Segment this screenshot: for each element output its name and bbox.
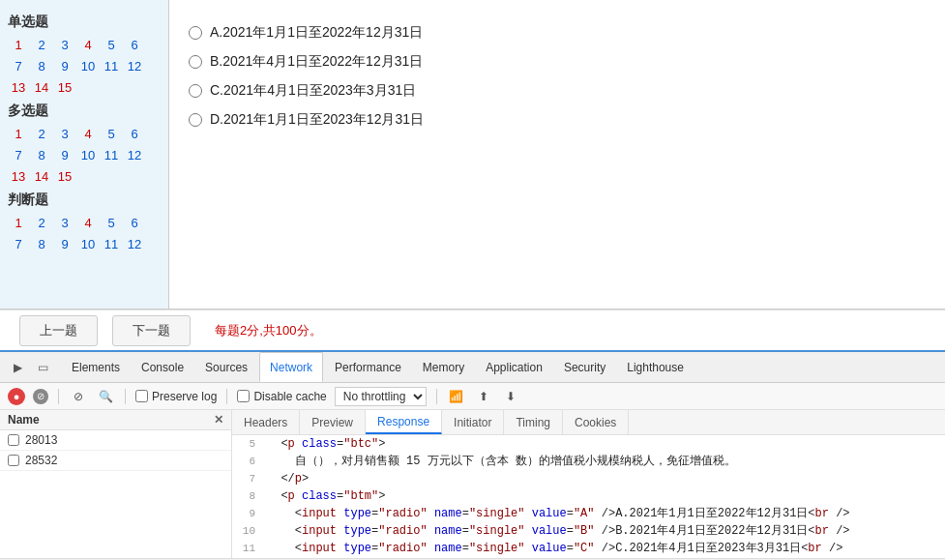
- radio-b[interactable]: [189, 55, 202, 69]
- danxuan-1[interactable]: 1: [8, 35, 29, 54]
- danxuan-4[interactable]: 4: [77, 35, 99, 54]
- section-title-panduan: 判断题: [8, 192, 161, 209]
- section-duoxuan: 多选题 1 2 3 4 5 6 7 8 9 10 11 12 13 14 15: [8, 103, 161, 186]
- panduan-10[interactable]: 10: [77, 234, 99, 253]
- separator-2: [125, 389, 126, 404]
- duoxuan-15[interactable]: 15: [54, 166, 75, 186]
- code-line-8: 8 <p class="btm">: [232, 487, 945, 505]
- danxuan-11[interactable]: 11: [101, 56, 122, 75]
- duoxuan-1[interactable]: 1: [8, 124, 29, 143]
- device-icon[interactable]: ▭: [33, 358, 52, 377]
- danxuan-8[interactable]: 8: [31, 56, 52, 75]
- duoxuan-6[interactable]: 6: [124, 124, 145, 143]
- detail-tab-initiator[interactable]: Initiator: [442, 410, 504, 434]
- wifi-icon[interactable]: 📶: [447, 387, 466, 406]
- request-28532-checkbox[interactable]: [8, 455, 19, 466]
- code-content-5: <p class="btc">: [263, 435, 945, 453]
- duoxuan-4[interactable]: 4: [77, 124, 99, 143]
- import-icon[interactable]: ⬆: [474, 387, 493, 406]
- disable-cache-label[interactable]: Disable cache: [237, 390, 326, 403]
- detail-tab-preview[interactable]: Preview: [300, 410, 366, 434]
- duoxuan-9[interactable]: 9: [54, 145, 75, 164]
- duoxuan-8[interactable]: 8: [31, 145, 52, 164]
- radio-d[interactable]: [189, 113, 202, 127]
- duoxuan-11[interactable]: 11: [101, 145, 122, 164]
- detail-tab-cookies[interactable]: Cookies: [563, 410, 629, 434]
- tab-elements[interactable]: Elements: [62, 352, 130, 382]
- panduan-7[interactable]: 7: [8, 234, 29, 253]
- prev-button[interactable]: 上一题: [19, 315, 98, 346]
- name-col-title: Name: [8, 413, 40, 427]
- panduan-2[interactable]: 2: [31, 213, 52, 232]
- option-d[interactable]: D.2021年1月1日至2023年12月31日: [189, 111, 926, 129]
- search-icon[interactable]: 🔍: [96, 387, 115, 406]
- stop-button[interactable]: ⊘: [33, 389, 48, 404]
- next-button[interactable]: 下一题: [112, 315, 191, 346]
- duoxuan-14[interactable]: 14: [31, 166, 52, 186]
- panduan-5[interactable]: 5: [101, 213, 122, 232]
- option-a[interactable]: A.2021年1月1日至2022年12月31日: [189, 24, 926, 42]
- request-28532[interactable]: 28532: [0, 451, 231, 471]
- duoxuan-3[interactable]: 3: [54, 124, 75, 143]
- code-line-7: 7 </p>: [232, 470, 945, 487]
- disable-cache-checkbox[interactable]: [237, 390, 250, 402]
- tab-sources[interactable]: Sources: [195, 352, 257, 382]
- panduan-1[interactable]: 1: [8, 213, 29, 232]
- close-col-icon[interactable]: ✕: [214, 413, 223, 427]
- devtools-tab-bar: ▶ ▭ Elements Console Sources Network Per…: [0, 352, 945, 383]
- danxuan-10[interactable]: 10: [77, 56, 99, 75]
- line-num-11: 11: [232, 540, 263, 557]
- detail-tab-response[interactable]: Response: [366, 410, 442, 434]
- request-28013-checkbox[interactable]: [8, 434, 19, 446]
- panduan-3[interactable]: 3: [54, 213, 75, 232]
- tab-lighthouse[interactable]: Lighthouse: [617, 352, 694, 382]
- detail-tab-timing[interactable]: Timing: [504, 410, 563, 434]
- tab-performance[interactable]: Performance: [325, 352, 411, 382]
- duoxuan-13[interactable]: 13: [8, 166, 29, 186]
- danxuan-12[interactable]: 12: [124, 56, 145, 75]
- panduan-11[interactable]: 11: [101, 234, 122, 253]
- duoxuan-2[interactable]: 2: [31, 124, 52, 143]
- duoxuan-10[interactable]: 10: [77, 145, 99, 164]
- preserve-log-label[interactable]: Preserve log: [135, 390, 217, 403]
- danxuan-6[interactable]: 6: [124, 35, 145, 54]
- radio-c[interactable]: [189, 84, 202, 98]
- throttle-select[interactable]: No throttling Slow 3G Fast 3G: [335, 387, 427, 406]
- panduan-6[interactable]: 6: [124, 213, 145, 232]
- inspect-icon[interactable]: ▶: [8, 358, 27, 377]
- duoxuan-7[interactable]: 7: [8, 145, 29, 164]
- danxuan-5[interactable]: 5: [101, 35, 122, 54]
- record-button[interactable]: ●: [8, 388, 25, 405]
- preserve-log-checkbox[interactable]: [135, 390, 148, 402]
- section-title-duoxuan: 多选题: [8, 103, 161, 120]
- tab-security[interactable]: Security: [554, 352, 615, 382]
- danxuan-9[interactable]: 9: [54, 56, 75, 75]
- request-28013[interactable]: 28013: [0, 430, 231, 451]
- panduan-4[interactable]: 4: [77, 213, 99, 232]
- danxuan-2[interactable]: 2: [31, 35, 52, 54]
- code-line-11: 11 <input type="radio" name="single" val…: [232, 540, 945, 557]
- panduan-8[interactable]: 8: [31, 234, 52, 253]
- danxuan-7[interactable]: 7: [8, 56, 29, 75]
- panduan-9[interactable]: 9: [54, 234, 75, 253]
- duoxuan-5[interactable]: 5: [101, 124, 122, 143]
- tab-application[interactable]: Application: [476, 352, 552, 382]
- export-icon[interactable]: ⬇: [501, 387, 520, 406]
- radio-a[interactable]: [189, 26, 202, 40]
- option-c[interactable]: C.2021年4月1日至2023年3月31日: [189, 82, 926, 100]
- tab-network[interactable]: Network: [259, 352, 323, 382]
- danxuan-14[interactable]: 14: [31, 77, 52, 97]
- detail-tab-headers[interactable]: Headers: [232, 410, 300, 434]
- danxuan-15[interactable]: 15: [54, 77, 75, 97]
- tab-console[interactable]: Console: [132, 352, 193, 382]
- danxuan-3[interactable]: 3: [54, 35, 75, 54]
- code-line-9: 9 <input type="radio" name="single" valu…: [232, 505, 945, 522]
- name-column: Name ✕ 28013 28532: [0, 410, 232, 558]
- option-b[interactable]: B.2021年4月1日至2022年12月31日: [189, 53, 926, 71]
- danxuan-13[interactable]: 13: [8, 77, 29, 97]
- duoxuan-12[interactable]: 12: [124, 145, 145, 164]
- detail-panel: Headers Preview Response Initiator Timin…: [232, 410, 945, 558]
- filter-icon[interactable]: ⊘: [69, 387, 88, 406]
- panduan-12[interactable]: 12: [124, 234, 145, 253]
- tab-memory[interactable]: Memory: [413, 352, 474, 382]
